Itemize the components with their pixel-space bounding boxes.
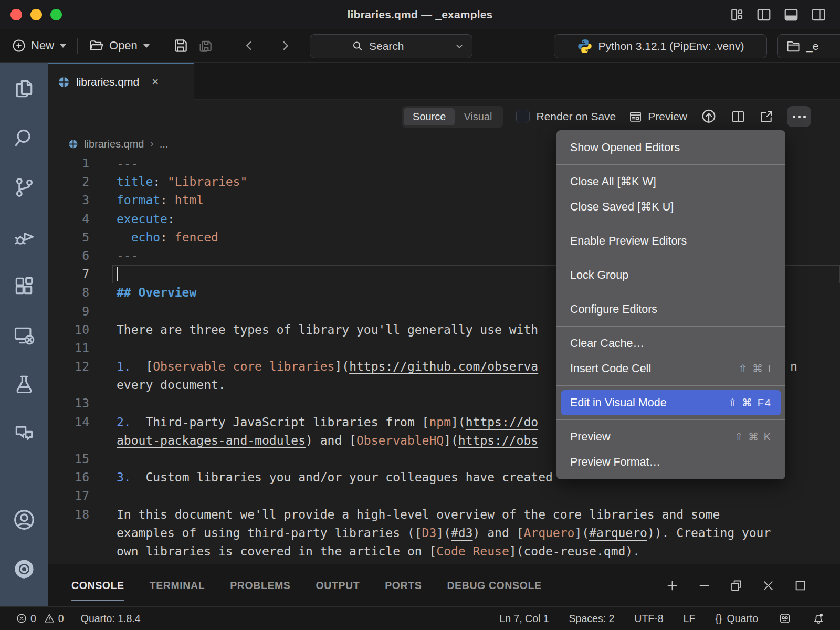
window-title: libraries.qmd — _examples xyxy=(0,8,840,21)
comments-icon[interactable] xyxy=(13,422,36,446)
line-number: 1 xyxy=(48,154,89,173)
menu-item-label: Edit in Visual Mode xyxy=(570,396,667,410)
extensions-icon[interactable] xyxy=(13,274,36,298)
search-input[interactable]: Search xyxy=(310,34,472,58)
panel-tab-output[interactable]: OUTPUT xyxy=(316,564,360,606)
error-icon xyxy=(16,613,27,624)
quarto-version-status[interactable]: Quarto: 1.8.4 xyxy=(81,613,141,625)
testing-icon[interactable] xyxy=(13,373,36,397)
toggle-bottom-panel-icon[interactable] xyxy=(783,7,799,23)
warning-count: 0 xyxy=(58,613,64,625)
workspace-folder-button[interactable]: _e xyxy=(777,34,840,58)
workspace-label: _e xyxy=(806,40,818,52)
open-in-new-window-icon[interactable] xyxy=(759,109,774,124)
menu-item[interactable]: Configure Editors xyxy=(556,297,785,322)
visual-mode-button[interactable]: Visual xyxy=(455,108,501,125)
menu-item-label: Close Saved [⌘K U] xyxy=(570,200,674,214)
navigate-forward-button[interactable] xyxy=(278,38,292,53)
menu-item[interactable]: Lock Group xyxy=(556,262,785,288)
eol-status[interactable]: LF xyxy=(684,613,696,625)
minimize-panel-icon[interactable] xyxy=(697,579,711,593)
menu-item-label: Clear Cache… xyxy=(570,337,644,350)
panel-tab-ports[interactable]: PORTS xyxy=(385,564,422,606)
notifications-bell-icon[interactable] xyxy=(812,612,825,625)
toggle-right-sidebar-icon[interactable] xyxy=(811,7,826,23)
menu-item[interactable]: Clear Cache… xyxy=(556,331,785,356)
line-number: 2 xyxy=(48,173,89,191)
preview-button[interactable]: Preview xyxy=(628,110,687,124)
tab-strip: libraries.qmd × xyxy=(48,63,840,100)
menu-item[interactable]: Close All [⌘K W] xyxy=(556,169,785,194)
problems-status[interactable]: 0 0 xyxy=(16,613,64,625)
menu-separator xyxy=(556,224,785,224)
custom-layout-icon[interactable] xyxy=(729,7,744,23)
new-button[interactable]: New xyxy=(12,38,66,53)
cursor-position-status[interactable]: Ln 7, Col 1 xyxy=(499,613,549,625)
menu-item[interactable]: Show Opened Editors xyxy=(556,135,785,160)
restore-panel-icon[interactable] xyxy=(729,579,743,593)
panel-tab-console[interactable]: CONSOLE xyxy=(71,564,124,606)
render-on-save-control: Render on Save xyxy=(516,110,616,123)
panel-tab-debug-console[interactable]: DEBUG CONSOLE xyxy=(447,564,541,606)
search-sidebar-icon[interactable] xyxy=(13,126,36,150)
breadcrumb-more[interactable]: ... xyxy=(160,138,169,150)
save-all-button[interactable] xyxy=(197,37,214,54)
panel-tab-terminal[interactable]: TERMINAL xyxy=(150,564,205,606)
menu-item-label: Enable Preview Editors xyxy=(570,235,687,248)
line-number: 14 xyxy=(48,413,89,432)
breadcrumb-file[interactable]: libraries.qmd xyxy=(84,138,144,150)
title-bar: libraries.qmd — _examples xyxy=(0,0,840,29)
tab-libraries-qmd[interactable]: libraries.qmd × xyxy=(48,63,194,100)
render-on-save-checkbox[interactable] xyxy=(516,110,530,123)
interpreter-label: Python 3.12.1 (PipEnv: .venv) xyxy=(598,40,744,52)
remote-sessions-icon[interactable] xyxy=(13,323,36,348)
source-control-icon[interactable] xyxy=(13,175,36,200)
line-number: 12 xyxy=(48,358,89,376)
menu-item[interactable]: Preview⇧ ⌘ K xyxy=(556,424,785,449)
menu-item[interactable]: Insert Code Cell⇧ ⌘ I xyxy=(556,356,785,381)
bottom-panel-header: CONSOLETERMINALPROBLEMSOUTPUTPORTSDEBUG … xyxy=(48,564,840,606)
account-icon[interactable] xyxy=(12,508,36,532)
settings-gear-icon[interactable] xyxy=(12,557,36,581)
navigate-back-button[interactable] xyxy=(242,38,257,53)
indentation-status[interactable]: Spaces: 2 xyxy=(569,613,615,625)
run-debug-icon[interactable] xyxy=(13,225,36,249)
panel-tabs: CONSOLETERMINALPROBLEMSOUTPUTPORTSDEBUG … xyxy=(48,564,542,606)
encoding-status[interactable]: UTF-8 xyxy=(634,613,663,625)
close-tab-icon[interactable]: × xyxy=(152,75,159,89)
line-number: 10 xyxy=(48,321,89,339)
chevron-down-icon xyxy=(143,44,150,48)
panel-tab-problems[interactable]: PROBLEMS xyxy=(230,564,290,606)
open-button[interactable]: Open xyxy=(89,38,150,54)
add-icon[interactable] xyxy=(665,579,679,593)
maximize-panel-icon[interactable] xyxy=(793,579,807,593)
editor-action-bar: Source Visual Render on Save Preview xyxy=(48,100,840,133)
explorer-icon[interactable] xyxy=(13,77,36,101)
line-number: 8 xyxy=(48,284,89,302)
menu-separator xyxy=(556,385,785,386)
feedback-icon[interactable] xyxy=(778,612,792,625)
source-mode-button[interactable]: Source xyxy=(404,108,455,125)
menu-item-label: Show Opened Editors xyxy=(570,141,680,154)
split-editor-icon[interactable] xyxy=(730,109,746,124)
language-mode-status[interactable]: {} Quarto xyxy=(715,613,758,625)
chevron-right-icon: › xyxy=(150,137,153,151)
open-folder-icon xyxy=(89,38,104,54)
line-number: 7 xyxy=(48,265,89,284)
render-document-button[interactable] xyxy=(700,108,718,125)
toggle-left-sidebar-icon[interactable] xyxy=(756,7,772,23)
close-panel-icon[interactable] xyxy=(761,579,775,593)
menu-item[interactable]: Enable Preview Editors xyxy=(556,228,785,254)
more-actions-button[interactable] xyxy=(787,106,811,127)
status-bar: 0 0 Quarto: 1.8.4 Ln 7, Col 1 Spaces: 2 … xyxy=(0,606,840,630)
new-button-label: New xyxy=(31,39,54,52)
menu-item[interactable]: Preview Format… xyxy=(556,449,785,475)
save-all-icon xyxy=(197,37,214,54)
interpreter-selector-button[interactable]: Python 3.12.1 (PipEnv: .venv) xyxy=(554,34,767,58)
save-button[interactable] xyxy=(172,37,189,54)
line-number: 13 xyxy=(48,394,89,413)
quarto-file-icon xyxy=(58,76,70,88)
line-number: 9 xyxy=(48,302,89,321)
menu-item[interactable]: Close Saved [⌘K U] xyxy=(556,194,785,219)
menu-item[interactable]: Edit in Visual Mode⇧ ⌘ F4 xyxy=(561,390,781,415)
